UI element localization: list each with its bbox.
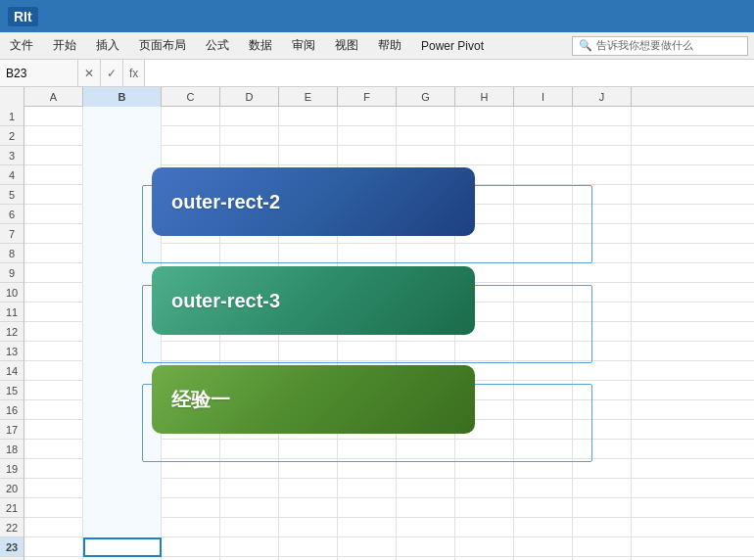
- cell-i16[interactable]: [514, 400, 573, 420]
- cell-d14[interactable]: [220, 361, 279, 381]
- cell-c7[interactable]: [162, 224, 220, 244]
- cell-i6[interactable]: [514, 205, 573, 224]
- cell-f15[interactable]: [338, 381, 397, 400]
- cell-f20[interactable]: [338, 479, 397, 498]
- cell-h5[interactable]: [455, 185, 514, 205]
- cell-e2[interactable]: [279, 126, 338, 146]
- row-number-11[interactable]: 11: [0, 303, 24, 322]
- cell-i20[interactable]: [514, 479, 573, 498]
- cell-c19[interactable]: [162, 459, 220, 479]
- cell-j15[interactable]: [573, 381, 632, 400]
- row-number-23[interactable]: 23: [0, 537, 24, 557]
- cell-g1[interactable]: [397, 107, 455, 126]
- col-header-g[interactable]: G: [397, 87, 455, 107]
- cell-e22[interactable]: [279, 518, 338, 537]
- cell-c13[interactable]: [162, 342, 220, 361]
- cell-f1[interactable]: [338, 107, 397, 126]
- cell-a13[interactable]: [24, 342, 83, 361]
- cell-g21[interactable]: [397, 498, 455, 518]
- menu-help[interactable]: 帮助: [368, 32, 411, 59]
- cell-h1[interactable]: [455, 107, 514, 126]
- cell-c8[interactable]: [162, 244, 220, 263]
- row-number-3[interactable]: 3: [0, 146, 24, 165]
- cell-g7[interactable]: [397, 224, 455, 244]
- cell-e10[interactable]: [279, 283, 338, 303]
- cell-g8[interactable]: [397, 244, 455, 263]
- cell-f7[interactable]: [338, 224, 397, 244]
- cell-e4[interactable]: [279, 165, 338, 185]
- row-number-6[interactable]: 6: [0, 205, 24, 224]
- row-number-16[interactable]: 16: [0, 400, 24, 420]
- cell-a12[interactable]: [24, 322, 83, 342]
- cell-a6[interactable]: [24, 205, 83, 224]
- col-header-j[interactable]: J: [573, 87, 632, 107]
- cell-c9[interactable]: [162, 263, 220, 283]
- cell-a19[interactable]: [24, 459, 83, 479]
- row-number-4[interactable]: 4: [0, 165, 24, 185]
- cell-d10[interactable]: [220, 283, 279, 303]
- fx-btn[interactable]: fx: [123, 60, 145, 86]
- cell-h23[interactable]: [455, 537, 514, 557]
- cell-b3[interactable]: [83, 146, 162, 165]
- cell-d12[interactable]: [220, 322, 279, 342]
- cell-f9[interactable]: [338, 263, 397, 283]
- cell-e17[interactable]: [279, 420, 338, 440]
- col-header-i[interactable]: I: [514, 87, 573, 107]
- cell-j11[interactable]: [573, 303, 632, 322]
- cell-g14[interactable]: [397, 361, 455, 381]
- cell-d2[interactable]: [220, 126, 279, 146]
- cell-d16[interactable]: [220, 400, 279, 420]
- cell-c12[interactable]: [162, 322, 220, 342]
- cell-e16[interactable]: [279, 400, 338, 420]
- cell-c5[interactable]: [162, 185, 220, 205]
- cell-i5[interactable]: [514, 185, 573, 205]
- cell-f5[interactable]: [338, 185, 397, 205]
- formula-input[interactable]: [145, 60, 754, 86]
- cell-c22[interactable]: [162, 518, 220, 537]
- cell-j23[interactable]: [573, 537, 632, 557]
- cell-b19[interactable]: [83, 459, 162, 479]
- cell-b10[interactable]: [83, 283, 162, 303]
- row-number-19[interactable]: 19: [0, 459, 24, 479]
- cell-d3[interactable]: [220, 146, 279, 165]
- cell-f8[interactable]: [338, 244, 397, 263]
- cell-h2[interactable]: [455, 126, 514, 146]
- cell-b23[interactable]: [83, 537, 162, 557]
- cell-i14[interactable]: [514, 361, 573, 381]
- cell-a17[interactable]: [24, 420, 83, 440]
- cell-i21[interactable]: [514, 498, 573, 518]
- cell-f6[interactable]: [338, 205, 397, 224]
- cell-h9[interactable]: [455, 263, 514, 283]
- cell-j20[interactable]: [573, 479, 632, 498]
- cell-d23[interactable]: [220, 537, 279, 557]
- cell-g15[interactable]: [397, 381, 455, 400]
- cell-j3[interactable]: [573, 146, 632, 165]
- cell-c18[interactable]: [162, 440, 220, 459]
- cell-j14[interactable]: [573, 361, 632, 381]
- cell-i4[interactable]: [514, 165, 573, 185]
- row-number-1[interactable]: 1: [0, 107, 24, 126]
- cell-j18[interactable]: [573, 440, 632, 459]
- cell-j19[interactable]: [573, 459, 632, 479]
- cell-a1[interactable]: [24, 107, 83, 126]
- cell-j9[interactable]: [573, 263, 632, 283]
- cell-a15[interactable]: [24, 381, 83, 400]
- cell-e13[interactable]: [279, 342, 338, 361]
- cell-e8[interactable]: [279, 244, 338, 263]
- col-header-h[interactable]: H: [455, 87, 514, 107]
- col-header-a[interactable]: A: [24, 87, 83, 107]
- menu-formula[interactable]: 公式: [196, 32, 239, 59]
- cell-i17[interactable]: [514, 420, 573, 440]
- row-number-17[interactable]: 17: [0, 420, 24, 440]
- grid-cells[interactable]: outer-rect-2 outer-rect-3 经验一: [24, 107, 754, 560]
- row-number-21[interactable]: 21: [0, 498, 24, 518]
- cell-e11[interactable]: [279, 303, 338, 322]
- cell-e23[interactable]: [279, 537, 338, 557]
- cell-d21[interactable]: [220, 498, 279, 518]
- cell-b20[interactable]: [83, 479, 162, 498]
- cell-g22[interactable]: [397, 518, 455, 537]
- cell-h10[interactable]: [455, 283, 514, 303]
- cell-j12[interactable]: [573, 322, 632, 342]
- menu-insert[interactable]: 插入: [86, 32, 129, 59]
- cell-h16[interactable]: [455, 400, 514, 420]
